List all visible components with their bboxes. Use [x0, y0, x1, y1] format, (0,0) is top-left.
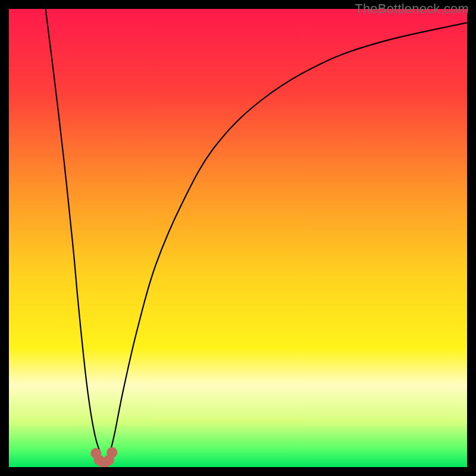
watermark-text: TheBottleneck.com	[355, 1, 469, 17]
optimal-region-markers	[9, 9, 467, 467]
plot-area	[9, 9, 467, 467]
optimal-marker	[107, 447, 117, 458]
chart-frame: TheBottleneck.com	[0, 0, 476, 476]
